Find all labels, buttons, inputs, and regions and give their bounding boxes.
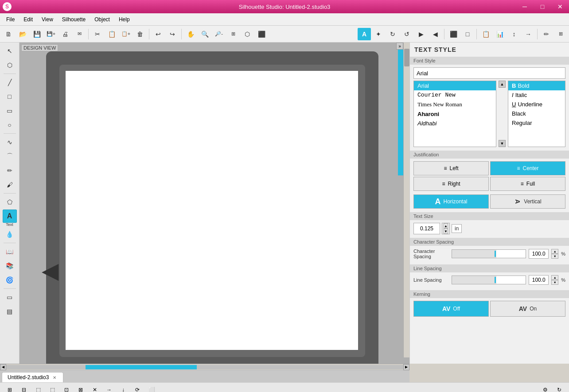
kern-on-btn[interactable]: AV On (490, 301, 565, 317)
style-black[interactable]: Black (508, 109, 565, 118)
minimize-button[interactable]: ─ (516, 0, 534, 13)
char-spacing-down[interactable]: ▼ (551, 254, 558, 259)
distribute-tool[interactable]: → (522, 28, 535, 40)
vertical-scrollbar[interactable] (403, 43, 409, 357)
swirl-btn[interactable]: 🌀 (3, 273, 17, 287)
font-scroll-up[interactable]: ▲ (499, 81, 506, 88)
fill-tool[interactable]: ⬛ (447, 28, 460, 40)
char-spacing-slider[interactable] (452, 249, 526, 258)
split-btn[interactable]: ▤ (3, 305, 17, 318)
freehand-btn[interactable]: ∿ (3, 136, 17, 149)
status-btn-11[interactable]: ⬜ (145, 384, 158, 392)
hscroll-thumb[interactable] (86, 365, 197, 369)
orient-vertical-btn[interactable]: A Vertical (490, 194, 565, 209)
expand-button[interactable]: » (396, 43, 403, 50)
paintbrush-btn[interactable]: 🖌 (3, 178, 17, 191)
dropper-btn[interactable]: 💧 (3, 228, 17, 241)
hscroll-track[interactable] (6, 365, 403, 369)
menu-help[interactable]: Help (114, 15, 134, 24)
book2-btn[interactable]: 📚 (3, 259, 17, 272)
point-edit-tool[interactable]: ✏ (540, 28, 553, 40)
cut-button[interactable]: ✂ (91, 28, 104, 40)
font-item-times[interactable]: Times New Roman (414, 100, 496, 109)
tab-close-btn[interactable]: ✕ (51, 374, 58, 380)
font-item-aharoni[interactable]: Aharoni (414, 109, 496, 119)
settings-btn[interactable]: ⚙ (539, 384, 551, 392)
refresh-btn[interactable]: ↻ (553, 384, 565, 392)
send-button[interactable]: ✉ (73, 28, 86, 40)
text-size-input[interactable] (413, 223, 440, 234)
grid-tool[interactable]: ⊞ (554, 28, 567, 40)
node-tool-btn[interactable]: ⬡ (3, 58, 17, 72)
font-item-aldhabi[interactable]: Aldhabi (414, 119, 496, 128)
zoom-in-button[interactable]: 🔍 (198, 28, 211, 40)
book-btn[interactable]: 📖 (3, 245, 17, 258)
status-btn-4[interactable]: ⬚ (46, 384, 58, 392)
save-as-button[interactable]: 💾+ (44, 28, 58, 40)
status-btn-6[interactable]: ⊠ (74, 384, 87, 392)
tab-untitled2[interactable]: Untitled-2.studio3 ✕ (2, 372, 63, 382)
hscroll-right-btn[interactable]: ▶ (403, 364, 409, 370)
new-button[interactable]: 🗎 (2, 28, 15, 40)
menu-view[interactable]: View (37, 15, 58, 24)
font-scroll-down[interactable]: ▼ (499, 140, 506, 147)
style-italic[interactable]: I Italic (508, 90, 565, 100)
zoom-out-button[interactable]: 🔎- (212, 28, 226, 40)
status-btn-7[interactable]: ✕ (89, 384, 101, 392)
status-btn-1[interactable]: ⊞ (4, 384, 16, 392)
flip-v[interactable]: ◀ (429, 28, 442, 40)
orient-horizontal-btn[interactable]: A Horizontal (413, 194, 489, 209)
menu-file[interactable]: File (2, 15, 19, 24)
ungroup-tool[interactable]: 📊 (493, 28, 507, 40)
stroke-tool[interactable]: □ (461, 28, 474, 40)
status-btn-8[interactable]: → (103, 384, 115, 392)
canvas-area[interactable]: DESIGN VIEW ◀ » (19, 43, 409, 364)
transform-tool[interactable]: ⬛ (255, 28, 268, 40)
size-up-btn[interactable]: ▲ (444, 223, 448, 229)
line-spacing-up[interactable]: ▲ (551, 275, 558, 280)
size-spinner[interactable]: ▲ ▼ (442, 223, 450, 234)
rotate-ccw[interactable]: ↺ (400, 28, 413, 40)
paste-button[interactable]: 📋+ (119, 28, 133, 40)
maximize-button[interactable]: □ (534, 0, 551, 13)
menu-silhouette[interactable]: Silhouette (58, 15, 90, 24)
style-regular[interactable]: Regular (508, 118, 565, 128)
zoom-fit-button[interactable]: ⊞ (226, 28, 240, 40)
undo-button[interactable]: ↩ (152, 28, 165, 40)
crop-btn[interactable]: ▭ (3, 291, 17, 304)
align-tool[interactable]: ↕ (507, 28, 521, 40)
horizontal-scrollbar[interactable]: ◀ ▶ (0, 364, 409, 370)
style-underline[interactable]: U Underline (508, 100, 565, 109)
redo-button[interactable]: ↪ (166, 28, 179, 40)
open-button[interactable]: 📂 (16, 28, 29, 40)
group-tool[interactable]: 📋 (479, 28, 492, 40)
copy-button[interactable]: 📋 (105, 28, 118, 40)
menu-object[interactable]: Object (90, 15, 114, 24)
font-list[interactable]: Arial Courier New Times New Roman Aharon… (413, 81, 496, 147)
char-spacing-up[interactable]: ▲ (551, 249, 558, 254)
font-item-arial[interactable]: Arial (414, 81, 496, 90)
font-search-input[interactable] (413, 67, 565, 79)
line-spacing-slider[interactable] (452, 276, 526, 284)
rotate-cw[interactable]: ↻ (386, 28, 399, 40)
kern-off-btn[interactable]: AV Off (413, 301, 489, 317)
status-btn-5[interactable]: ⊡ (60, 384, 73, 392)
pan-button[interactable]: ✋ (184, 28, 197, 40)
hscroll-left-btn[interactable]: ◀ (0, 364, 6, 370)
vscroll-thumb[interactable] (404, 49, 409, 66)
justify-right-btn[interactable]: ≡ Right (413, 177, 489, 191)
style-bold[interactable]: B Bold (508, 81, 565, 90)
delete-button[interactable]: 🗑 (133, 28, 147, 40)
justify-center-btn[interactable]: ≡ Center (490, 161, 565, 175)
line-spacing-down[interactable]: ▼ (551, 280, 558, 285)
text-tool-rt[interactable]: A (358, 28, 371, 40)
polygon-btn[interactable]: ⬠ (3, 195, 17, 209)
status-btn-2[interactable]: ⊟ (18, 384, 30, 392)
font-style-list[interactable]: B Bold I Italic U Underline Black Regula (508, 81, 565, 147)
print-button[interactable]: 🖨 (58, 28, 72, 40)
close-button[interactable]: ✕ (551, 0, 569, 13)
line-tool-btn[interactable]: ╱ (3, 76, 17, 89)
ellipse-tool-btn[interactable]: ○ (3, 118, 17, 132)
justify-full-btn[interactable]: ≡ Full (490, 177, 565, 191)
rounded-rect-btn[interactable]: ▭ (3, 104, 17, 117)
